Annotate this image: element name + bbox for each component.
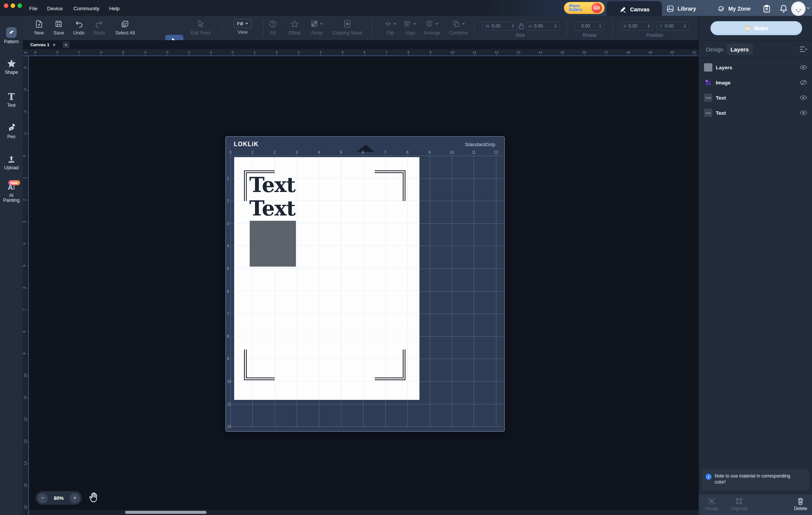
view-label: View (238, 30, 248, 35)
save-button[interactable]: Save (53, 19, 64, 36)
nav-tab-my-zone[interactable]: My Zone (717, 0, 751, 17)
canvas-workspace[interactable]: LOKLiK StandardGrip 01122334455667788991… (29, 56, 698, 515)
registration-mark-bottom-right[interactable] (375, 350, 405, 380)
chevron-down-icon[interactable] (806, 7, 810, 9)
layer-row[interactable]: Text Text (699, 90, 812, 105)
view-mode-dropdown[interactable]: Fill (233, 19, 252, 28)
go-button[interactable]: GO (591, 2, 602, 14)
height-prefix: H (529, 24, 532, 28)
height-input[interactable]: H 0.00 (526, 22, 560, 31)
pan-hand-icon[interactable] (88, 492, 99, 504)
sidebar-item-shape[interactable]: Shape (0, 59, 23, 75)
add-canvas-button[interactable]: + (63, 42, 69, 48)
sidebar-item-pattern[interactable]: Pattern (0, 27, 23, 44)
mat-ruler-number: 2 (227, 199, 229, 203)
window-minimize-button[interactable] (11, 3, 15, 8)
paper-sheet: Text Text (234, 157, 419, 400)
chevron-down-icon (462, 23, 465, 25)
layer-visibility-toggle[interactable] (800, 95, 807, 100)
ruler-number: 5 (341, 50, 343, 54)
delete-button[interactable]: Delete (794, 498, 807, 511)
menu-file[interactable]: File (25, 0, 41, 16)
menu-bar: File Device Community Help iPaint Galler… (0, 0, 812, 16)
new-button[interactable]: New (34, 19, 44, 36)
layer-name: Image (716, 80, 731, 86)
sidebar-item-pen[interactable]: Pen (0, 124, 23, 139)
array-icon (311, 20, 318, 28)
ruler-number: 17 (604, 50, 609, 54)
scrollbar-thumb[interactable] (125, 511, 207, 514)
ruler-number: 9 (23, 353, 26, 354)
x-stepper[interactable] (648, 24, 650, 28)
sidebar-item-ai-painting[interactable]: New AI AI Painting (0, 183, 23, 203)
align-icon (404, 20, 411, 28)
document-tab-label: Canvas 1 (30, 42, 50, 47)
ruler-number: -3 (165, 50, 168, 54)
vertical-ruler: -4-3-2-1012345678910111213141516 (23, 56, 29, 515)
fill-icon (269, 20, 277, 28)
mat-ruler-number: 6 (227, 289, 229, 293)
layer-thumbnail (704, 63, 712, 72)
registration-mark-top-right[interactable] (375, 170, 405, 201)
canvas-text-object-2[interactable]: Text (249, 198, 295, 218)
layers-list: Layers Image Text Text Text (699, 60, 812, 120)
redo-icon (95, 20, 103, 28)
layer-visibility-toggle[interactable] (800, 80, 807, 86)
notifications-bell-icon[interactable] (780, 5, 787, 13)
layer-row[interactable]: Layers (699, 60, 812, 75)
rotate-input[interactable]: 0.00 (575, 22, 604, 31)
canvas-rect-object[interactable] (250, 221, 296, 267)
width-input[interactable]: W 0.00 (482, 22, 517, 31)
rotate-value: 0.00 (581, 23, 590, 29)
position-x-input[interactable]: X 0.00 (620, 22, 653, 31)
tab-design[interactable]: Design (706, 46, 724, 53)
make-button[interactable]: Make (710, 21, 802, 35)
tab-layers[interactable]: Layers (726, 44, 753, 55)
undo-button[interactable]: Undo (73, 19, 84, 36)
ungroup-label: Ungroup (730, 506, 748, 511)
sidebar-item-text[interactable]: T Text (0, 92, 23, 108)
sidebar-label: Pattern (4, 39, 19, 44)
zoom-in-button[interactable]: + (70, 493, 80, 503)
layer-visibility-toggle[interactable] (800, 110, 807, 115)
select-all-icon (121, 20, 129, 28)
close-tab-icon[interactable]: ✕ (53, 43, 56, 47)
menu-device[interactable]: Device (43, 0, 66, 16)
position-group-label: Position (646, 33, 663, 38)
mat-ruler-number: 10 (449, 150, 454, 154)
ruler-number: 8 (23, 331, 26, 332)
ungroup-icon (735, 498, 743, 505)
height-stepper[interactable] (554, 24, 557, 28)
divider (263, 20, 264, 36)
rotate-stepper[interactable] (599, 24, 601, 28)
window-close-button[interactable] (4, 3, 8, 8)
menu-help[interactable]: Help (105, 0, 124, 16)
layer-row[interactable]: Text Text (699, 105, 812, 120)
position-y-input[interactable]: Y 0.00 (657, 22, 689, 31)
flip-button: Flip (384, 19, 397, 36)
width-value: 0.00 (492, 23, 501, 29)
select-all-button[interactable]: Select All (115, 19, 135, 36)
collapse-panel-icon[interactable] (799, 46, 807, 53)
layer-row[interactable]: Image (699, 75, 812, 90)
document-tab[interactable]: Canvas 1 ✕ (23, 40, 59, 49)
user-avatar[interactable] (791, 2, 806, 16)
select-all-label: Select All (115, 30, 135, 36)
lock-aspect-icon[interactable] (519, 22, 524, 30)
zoom-out-button[interactable]: − (38, 493, 48, 503)
clipboard-icon[interactable] (763, 5, 770, 13)
nav-tab-library[interactable]: Library (666, 0, 696, 17)
mat-ruler-number: 1 (252, 150, 254, 154)
y-stepper[interactable] (684, 24, 686, 28)
sidebar-item-upload[interactable]: Upload (0, 155, 23, 170)
window-zoom-button[interactable] (17, 3, 22, 8)
width-stepper[interactable] (512, 24, 514, 28)
flip-icon (384, 20, 392, 28)
nav-tab-canvas[interactable]: Canvas (607, 1, 662, 17)
save-icon (55, 20, 63, 28)
registration-mark-bottom-left[interactable] (244, 350, 275, 380)
layer-visibility-toggle[interactable] (800, 65, 807, 70)
canvas-text-object-1[interactable]: Text (249, 175, 295, 195)
ruler-number: 13 (516, 50, 521, 54)
menu-community[interactable]: Community (70, 0, 103, 16)
